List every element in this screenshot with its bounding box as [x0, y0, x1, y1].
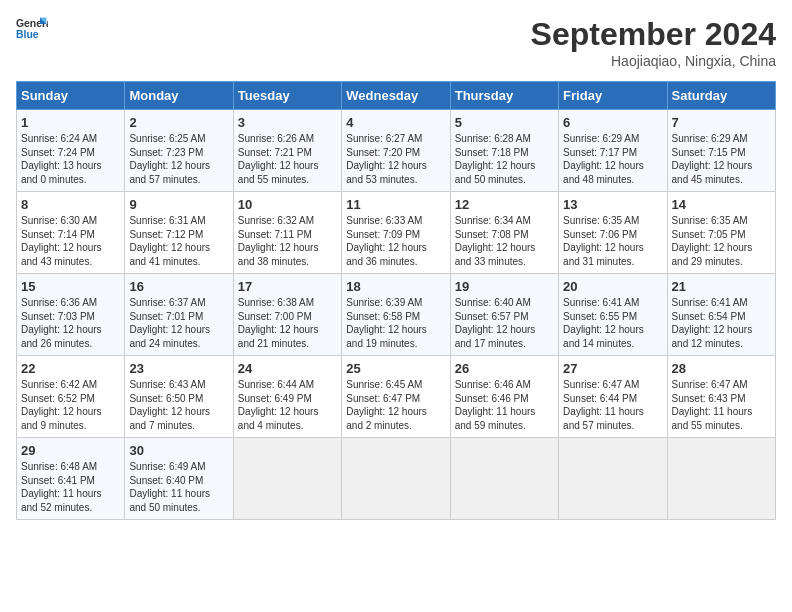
- day-number: 17: [238, 279, 337, 294]
- day-info: Sunrise: 6:28 AM Sunset: 7:18 PM Dayligh…: [455, 132, 554, 186]
- day-info: Sunrise: 6:47 AM Sunset: 6:43 PM Dayligh…: [672, 378, 771, 432]
- table-row: 6Sunrise: 6:29 AM Sunset: 7:17 PM Daylig…: [559, 110, 667, 192]
- day-number: 26: [455, 361, 554, 376]
- day-number: 6: [563, 115, 662, 130]
- table-row: 18Sunrise: 6:39 AM Sunset: 6:58 PM Dayli…: [342, 274, 450, 356]
- day-number: 22: [21, 361, 120, 376]
- day-number: 30: [129, 443, 228, 458]
- day-info: Sunrise: 6:38 AM Sunset: 7:00 PM Dayligh…: [238, 296, 337, 350]
- day-number: 19: [455, 279, 554, 294]
- day-info: Sunrise: 6:41 AM Sunset: 6:54 PM Dayligh…: [672, 296, 771, 350]
- table-row: 30Sunrise: 6:49 AM Sunset: 6:40 PM Dayli…: [125, 438, 233, 520]
- table-row: 5Sunrise: 6:28 AM Sunset: 7:18 PM Daylig…: [450, 110, 558, 192]
- table-row: 29Sunrise: 6:48 AM Sunset: 6:41 PM Dayli…: [17, 438, 125, 520]
- day-number: 21: [672, 279, 771, 294]
- day-info: Sunrise: 6:29 AM Sunset: 7:15 PM Dayligh…: [672, 132, 771, 186]
- day-info: Sunrise: 6:39 AM Sunset: 6:58 PM Dayligh…: [346, 296, 445, 350]
- day-info: Sunrise: 6:46 AM Sunset: 6:46 PM Dayligh…: [455, 378, 554, 432]
- table-row: 25Sunrise: 6:45 AM Sunset: 6:47 PM Dayli…: [342, 356, 450, 438]
- month-title: September 2024: [531, 16, 776, 53]
- day-number: 20: [563, 279, 662, 294]
- day-number: 10: [238, 197, 337, 212]
- day-number: 25: [346, 361, 445, 376]
- day-number: 8: [21, 197, 120, 212]
- table-row: 26Sunrise: 6:46 AM Sunset: 6:46 PM Dayli…: [450, 356, 558, 438]
- table-row: 11Sunrise: 6:33 AM Sunset: 7:09 PM Dayli…: [342, 192, 450, 274]
- day-info: Sunrise: 6:44 AM Sunset: 6:49 PM Dayligh…: [238, 378, 337, 432]
- table-row: 14Sunrise: 6:35 AM Sunset: 7:05 PM Dayli…: [667, 192, 775, 274]
- table-row: 1Sunrise: 6:24 AM Sunset: 7:24 PM Daylig…: [17, 110, 125, 192]
- table-row: 24Sunrise: 6:44 AM Sunset: 6:49 PM Dayli…: [233, 356, 341, 438]
- day-info: Sunrise: 6:32 AM Sunset: 7:11 PM Dayligh…: [238, 214, 337, 268]
- day-number: 23: [129, 361, 228, 376]
- table-row: [450, 438, 558, 520]
- day-info: Sunrise: 6:45 AM Sunset: 6:47 PM Dayligh…: [346, 378, 445, 432]
- calendar-row: 29Sunrise: 6:48 AM Sunset: 6:41 PM Dayli…: [17, 438, 776, 520]
- location-subtitle: Haojiaqiao, Ningxia, China: [531, 53, 776, 69]
- page-header: General Blue September 2024 Haojiaqiao, …: [16, 16, 776, 69]
- day-info: Sunrise: 6:30 AM Sunset: 7:14 PM Dayligh…: [21, 214, 120, 268]
- day-info: Sunrise: 6:47 AM Sunset: 6:44 PM Dayligh…: [563, 378, 662, 432]
- day-info: Sunrise: 6:40 AM Sunset: 6:57 PM Dayligh…: [455, 296, 554, 350]
- day-number: 2: [129, 115, 228, 130]
- day-info: Sunrise: 6:36 AM Sunset: 7:03 PM Dayligh…: [21, 296, 120, 350]
- day-info: Sunrise: 6:34 AM Sunset: 7:08 PM Dayligh…: [455, 214, 554, 268]
- table-row: 9Sunrise: 6:31 AM Sunset: 7:12 PM Daylig…: [125, 192, 233, 274]
- day-number: 12: [455, 197, 554, 212]
- table-row: 8Sunrise: 6:30 AM Sunset: 7:14 PM Daylig…: [17, 192, 125, 274]
- col-friday: Friday: [559, 82, 667, 110]
- day-number: 29: [21, 443, 120, 458]
- table-row: 17Sunrise: 6:38 AM Sunset: 7:00 PM Dayli…: [233, 274, 341, 356]
- calendar-table: Sunday Monday Tuesday Wednesday Thursday…: [16, 81, 776, 520]
- table-row: 3Sunrise: 6:26 AM Sunset: 7:21 PM Daylig…: [233, 110, 341, 192]
- table-row: 4Sunrise: 6:27 AM Sunset: 7:20 PM Daylig…: [342, 110, 450, 192]
- day-info: Sunrise: 6:48 AM Sunset: 6:41 PM Dayligh…: [21, 460, 120, 514]
- col-saturday: Saturday: [667, 82, 775, 110]
- day-info: Sunrise: 6:43 AM Sunset: 6:50 PM Dayligh…: [129, 378, 228, 432]
- table-row: 20Sunrise: 6:41 AM Sunset: 6:55 PM Dayli…: [559, 274, 667, 356]
- day-number: 27: [563, 361, 662, 376]
- day-number: 3: [238, 115, 337, 130]
- day-info: Sunrise: 6:26 AM Sunset: 7:21 PM Dayligh…: [238, 132, 337, 186]
- logo: General Blue: [16, 16, 48, 44]
- logo-icon: General Blue: [16, 16, 48, 44]
- day-number: 9: [129, 197, 228, 212]
- table-row: 12Sunrise: 6:34 AM Sunset: 7:08 PM Dayli…: [450, 192, 558, 274]
- table-row: [342, 438, 450, 520]
- day-number: 5: [455, 115, 554, 130]
- table-row: 10Sunrise: 6:32 AM Sunset: 7:11 PM Dayli…: [233, 192, 341, 274]
- day-info: Sunrise: 6:41 AM Sunset: 6:55 PM Dayligh…: [563, 296, 662, 350]
- col-wednesday: Wednesday: [342, 82, 450, 110]
- table-row: 21Sunrise: 6:41 AM Sunset: 6:54 PM Dayli…: [667, 274, 775, 356]
- table-row: [559, 438, 667, 520]
- svg-text:Blue: Blue: [16, 29, 39, 40]
- day-info: Sunrise: 6:37 AM Sunset: 7:01 PM Dayligh…: [129, 296, 228, 350]
- day-info: Sunrise: 6:33 AM Sunset: 7:09 PM Dayligh…: [346, 214, 445, 268]
- table-row: 28Sunrise: 6:47 AM Sunset: 6:43 PM Dayli…: [667, 356, 775, 438]
- table-row: 13Sunrise: 6:35 AM Sunset: 7:06 PM Dayli…: [559, 192, 667, 274]
- table-row: 16Sunrise: 6:37 AM Sunset: 7:01 PM Dayli…: [125, 274, 233, 356]
- day-number: 1: [21, 115, 120, 130]
- col-sunday: Sunday: [17, 82, 125, 110]
- title-block: September 2024 Haojiaqiao, Ningxia, Chin…: [531, 16, 776, 69]
- table-row: 7Sunrise: 6:29 AM Sunset: 7:15 PM Daylig…: [667, 110, 775, 192]
- table-row: 19Sunrise: 6:40 AM Sunset: 6:57 PM Dayli…: [450, 274, 558, 356]
- day-info: Sunrise: 6:24 AM Sunset: 7:24 PM Dayligh…: [21, 132, 120, 186]
- calendar-row: 22Sunrise: 6:42 AM Sunset: 6:52 PM Dayli…: [17, 356, 776, 438]
- calendar-header-row: Sunday Monday Tuesday Wednesday Thursday…: [17, 82, 776, 110]
- table-row: 22Sunrise: 6:42 AM Sunset: 6:52 PM Dayli…: [17, 356, 125, 438]
- table-row: [667, 438, 775, 520]
- day-info: Sunrise: 6:42 AM Sunset: 6:52 PM Dayligh…: [21, 378, 120, 432]
- day-info: Sunrise: 6:31 AM Sunset: 7:12 PM Dayligh…: [129, 214, 228, 268]
- day-info: Sunrise: 6:27 AM Sunset: 7:20 PM Dayligh…: [346, 132, 445, 186]
- day-number: 13: [563, 197, 662, 212]
- col-tuesday: Tuesday: [233, 82, 341, 110]
- table-row: 2Sunrise: 6:25 AM Sunset: 7:23 PM Daylig…: [125, 110, 233, 192]
- day-number: 4: [346, 115, 445, 130]
- calendar-row: 1Sunrise: 6:24 AM Sunset: 7:24 PM Daylig…: [17, 110, 776, 192]
- day-number: 14: [672, 197, 771, 212]
- table-row: 23Sunrise: 6:43 AM Sunset: 6:50 PM Dayli…: [125, 356, 233, 438]
- day-number: 11: [346, 197, 445, 212]
- day-number: 16: [129, 279, 228, 294]
- day-info: Sunrise: 6:49 AM Sunset: 6:40 PM Dayligh…: [129, 460, 228, 514]
